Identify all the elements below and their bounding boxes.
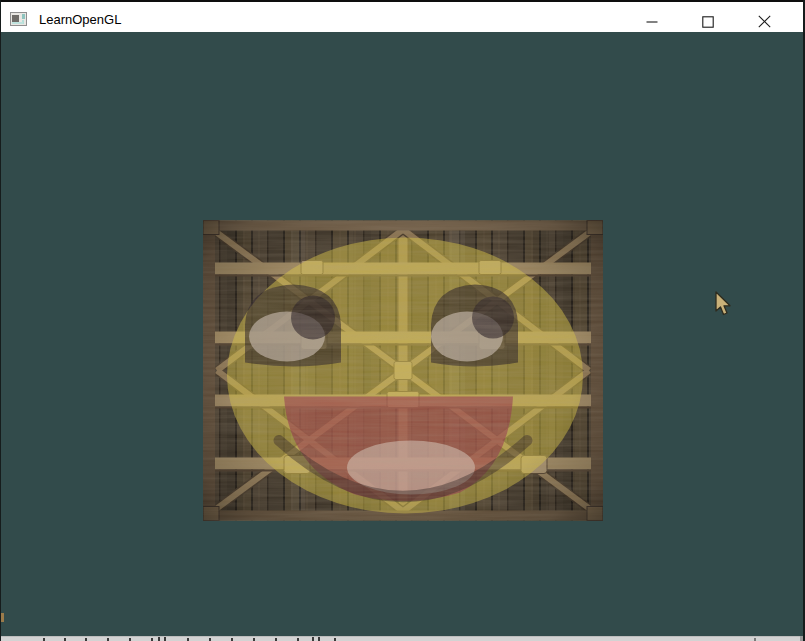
- gl-viewport: [1, 32, 803, 636]
- window-controls: [624, 4, 792, 34]
- app-window-icon: [10, 12, 27, 26]
- background-window-speck: [1, 613, 4, 622]
- learnopengl-window: LearnOpenGL: [0, 0, 805, 641]
- close-icon: [758, 15, 771, 28]
- mouse-cursor-icon: [714, 291, 732, 321]
- container-awesomeface-render: [203, 220, 603, 521]
- window-top-border: [1, 0, 803, 2]
- titlebar[interactable]: LearnOpenGL: [1, 2, 803, 32]
- window-title: LearnOpenGL: [39, 13, 121, 26]
- textured-quad: [203, 220, 603, 521]
- titlebar-left: LearnOpenGL: [1, 8, 121, 26]
- minimize-button[interactable]: [624, 9, 680, 35]
- background-window-edge: [1, 636, 803, 641]
- minimize-icon: [646, 16, 658, 28]
- maximize-icon: [702, 16, 714, 28]
- close-button[interactable]: [736, 9, 792, 35]
- maximize-button[interactable]: [680, 9, 736, 35]
